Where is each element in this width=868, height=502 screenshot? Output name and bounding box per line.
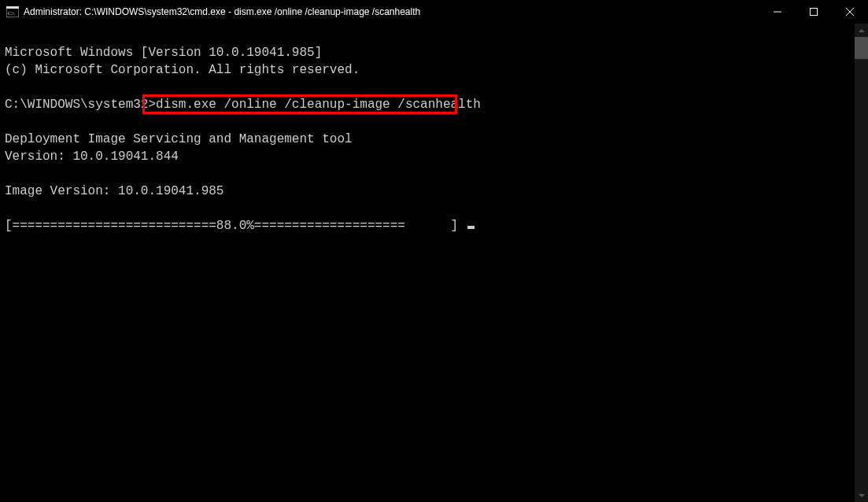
output-dism-version: Version: 10.0.19041.844 (5, 149, 179, 164)
cmd-window: C:\ Administrator: C:\WINDOWS\system32\c… (0, 0, 868, 502)
svg-rect-1 (6, 6, 19, 9)
svg-marker-7 (859, 29, 865, 32)
output-blank-3 (5, 167, 13, 181)
text-cursor (467, 226, 475, 229)
close-button[interactable] (832, 0, 868, 24)
minimize-button[interactable] (759, 0, 796, 24)
prompt-line: C:\WINDOWS\system32>dism.exe /online /cl… (5, 96, 481, 113)
svg-rect-4 (811, 9, 818, 16)
scroll-track[interactable] (855, 37, 868, 489)
maximize-button[interactable] (796, 0, 832, 24)
chevron-up-icon (859, 29, 865, 32)
progress-bar-text: [===========================88.0%=======… (5, 219, 466, 233)
window-title: Administrator: C:\WINDOWS\system32\cmd.e… (24, 6, 420, 17)
minimize-icon (774, 8, 781, 16)
output-blank-2 (5, 115, 13, 129)
output-progress: [===========================88.0%=======… (5, 219, 475, 233)
terminal-output[interactable]: Microsoft Windows [Version 10.0.19041.98… (0, 24, 855, 502)
titlebar[interactable]: C:\ Administrator: C:\WINDOWS\system32\c… (0, 0, 868, 24)
output-dism-tool: Deployment Image Servicing and Managemen… (5, 132, 353, 146)
output-blank-1 (5, 80, 13, 94)
maximize-icon (810, 8, 818, 16)
svg-marker-8 (859, 494, 865, 497)
scroll-down-button[interactable] (855, 489, 868, 502)
cmd-icon: C:\ (6, 6, 19, 18)
window-controls (759, 0, 868, 24)
output-blank-4 (5, 201, 13, 216)
close-icon (846, 8, 854, 16)
entered-command: dism.exe /online /cleanup-image /scanhea… (156, 98, 481, 112)
output-image-version: Image Version: 10.0.19041.985 (5, 184, 223, 198)
svg-text:C:\: C:\ (8, 10, 15, 17)
output-line-copyright: (c) Microsoft Corporation. All rights re… (5, 63, 360, 77)
client-area: Microsoft Windows [Version 10.0.19041.98… (0, 24, 868, 502)
chevron-down-icon (859, 494, 865, 497)
prompt-path: C:\WINDOWS\system32> (5, 98, 156, 112)
scroll-thumb[interactable] (855, 37, 868, 59)
scroll-up-button[interactable] (855, 24, 868, 37)
vertical-scrollbar[interactable] (855, 24, 868, 502)
output-line-version: Microsoft Windows [Version 10.0.19041.98… (5, 46, 322, 60)
